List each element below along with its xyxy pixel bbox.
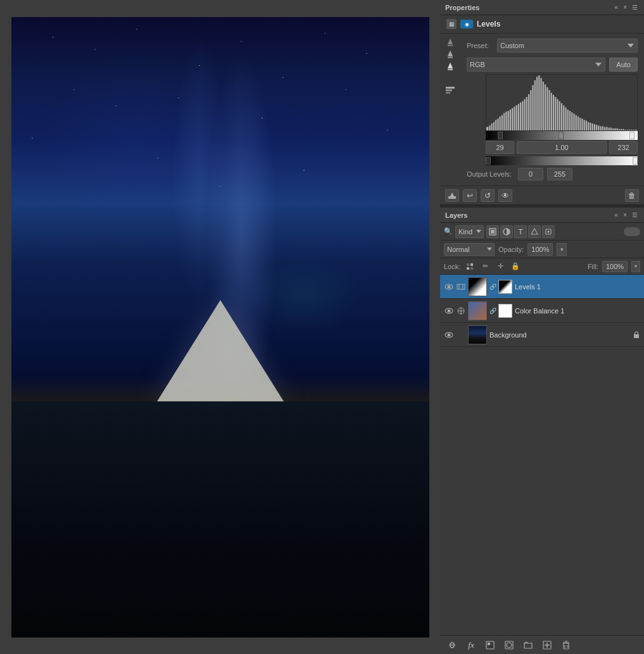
right-panels: Properties « × ☰ ▦ ◉ Levels [440,0,644,654]
svg-rect-65 [612,129,614,130]
filter-text-button[interactable]: T [514,225,527,238]
preset-select[interactable]: Custom [497,39,638,53]
layer-visibility-colorbalance[interactable] [444,306,454,316]
black-point-handle[interactable] [498,132,503,139]
svg-point-105 [507,643,512,648]
svg-rect-18 [516,105,517,130]
svg-rect-29 [538,75,540,130]
new-layer-button[interactable] [540,639,554,651]
fx-button[interactable]: fx [464,639,478,651]
eyedropper-tools [440,36,460,183]
mountain [157,300,284,401]
preset-label: Preset: [467,42,492,49]
output-white-handle[interactable] [633,157,638,165]
midpoint-input[interactable]: 1.00 [517,141,607,154]
lock-transparent-button[interactable] [464,261,476,272]
previous-state-button[interactable]: ↩ [463,189,477,202]
clip-to-layer-button[interactable] [445,189,459,202]
clip-button[interactable] [445,86,455,96]
layers-filter-bar: 🔍 Kind T [440,223,644,241]
svg-rect-21 [522,101,523,130]
link-layers-button[interactable] [445,639,459,651]
output-black-handle[interactable] [486,157,491,165]
properties-collapse-button[interactable]: « [614,4,620,11]
add-mask-button[interactable] [502,639,516,651]
svg-rect-54 [590,123,591,130]
reset-button[interactable]: ↺ [481,189,495,202]
svg-rect-10 [500,116,501,130]
svg-point-93 [448,309,451,312]
filter-toggle[interactable] [624,227,640,236]
output-max-input[interactable] [547,168,572,180]
midpoint-handle[interactable] [559,132,564,139]
layer-visibility-levels[interactable] [444,282,454,292]
opacity-label: Opacity: [498,246,524,253]
properties-panel-header: Properties « × ☰ [440,0,644,15]
channel-select[interactable]: RGB [467,58,605,72]
fill-arrow[interactable]: ▾ [631,261,640,272]
layer-item-colorbalance[interactable]: 🔗 Color Balance 1 [440,299,644,323]
svg-rect-79 [491,230,495,234]
svg-rect-61 [604,127,605,131]
filter-adjustment-button[interactable] [500,225,513,238]
svg-rect-58 [598,125,599,130]
properties-menu-button[interactable]: ☰ [631,4,639,11]
svg-rect-43 [567,110,569,130]
lock-image-button[interactable]: ✏ [479,261,491,272]
white-point-handle[interactable] [629,132,635,139]
svg-rect-72 [627,130,628,130]
layers-menu-button[interactable]: ☰ [631,211,639,218]
input-levels-slider[interactable] [486,131,638,140]
level-values-row: 29 1.00 232 [486,141,638,154]
layer-item-levels[interactable]: 🔗 Levels 1 [440,275,644,299]
svg-rect-39 [559,101,560,130]
auto-button[interactable]: Auto [609,58,638,72]
svg-rect-59 [600,126,602,130]
colorbalance-layer-name: Color Balance 1 [515,307,640,315]
lock-position-button[interactable]: ✛ [495,261,506,272]
new-group-button[interactable] [521,639,535,651]
layer-item-background[interactable]: Background [440,323,644,347]
filter-smartobject-button[interactable] [542,225,555,238]
layer-visibility-background[interactable] [444,330,454,340]
properties-panel: Properties « × ☰ ▦ ◉ Levels [440,0,644,205]
svg-rect-46 [573,114,574,130]
view-previous-button[interactable]: 👁 [498,189,512,202]
opacity-arrow[interactable]: ▾ [557,243,567,256]
blend-mode-select[interactable]: Normal [444,243,495,256]
filter-pixel-button[interactable] [486,225,499,238]
new-fill-layer-button[interactable] [483,639,497,651]
lock-all-button[interactable]: 🔒 [510,261,521,272]
output-min-input[interactable] [518,168,543,180]
white-point-input[interactable]: 232 [609,141,638,154]
svg-rect-2 [446,92,450,94]
layers-close-button[interactable]: × [622,211,628,218]
colorbalance-adjustment-icon [457,306,465,315]
svg-rect-8 [495,120,496,131]
output-gradient-slider[interactable] [486,156,638,165]
layers-toolbar: fx [440,635,644,654]
levels-toggle-button[interactable]: ◉ [460,20,473,28]
delete-adjustment-button[interactable]: 🗑 [625,189,639,202]
svg-rect-4 [486,127,488,131]
svg-rect-0 [446,87,455,89]
sample-shadows-button[interactable] [445,37,455,47]
properties-close-button[interactable]: × [622,4,628,11]
svg-rect-74 [631,130,632,130]
sample-midtones-button[interactable] [445,49,455,60]
filter-shape-button[interactable] [528,225,541,238]
fill-label: Fill: [588,263,598,270]
layers-collapse-button[interactable]: « [614,211,620,218]
filter-kind-select[interactable]: Kind [455,225,484,238]
delete-layer-button[interactable] [559,639,573,651]
opacity-input[interactable] [527,243,553,256]
fill-input[interactable] [602,261,628,272]
svg-rect-26 [532,85,533,131]
black-point-input[interactable]: 29 [486,141,514,154]
sample-highlights-button[interactable] [445,61,455,72]
output-levels-row: Output Levels: [467,168,638,180]
svg-rect-85 [467,267,469,270]
layers-panel-title: Layers [445,211,467,219]
svg-rect-48 [578,116,579,130]
svg-rect-73 [629,130,630,130]
